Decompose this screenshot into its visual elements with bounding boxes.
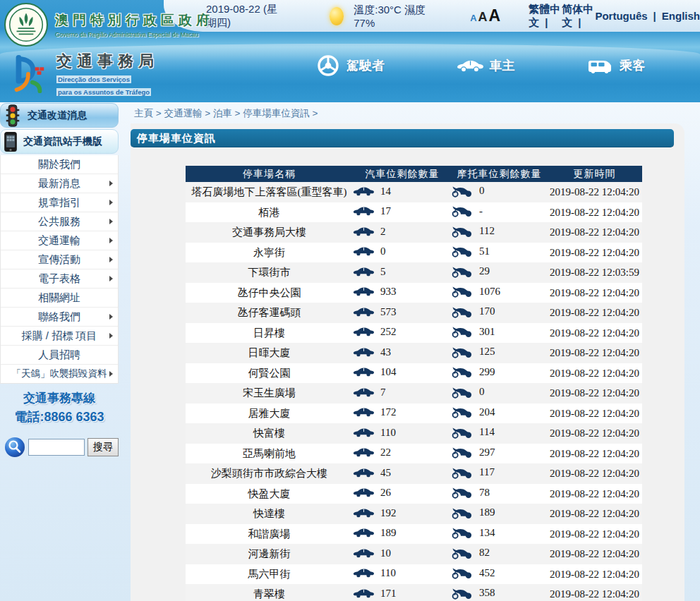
- table-row: 快達樓 192 189: [186, 504, 642, 524]
- sidebar-menu-item[interactable]: 聯絡我們: [1, 308, 118, 327]
- language-link[interactable]: Português: [595, 10, 661, 22]
- sidebar-item-traffic-info-mobile[interactable]: 交通資訊站手機版: [0, 129, 119, 154]
- sidebar-menu-item[interactable]: 電子表格: [1, 269, 118, 289]
- sidebar-menu-item[interactable]: 交通運輸: [1, 231, 118, 250]
- moto-spaces-cell: 204: [452, 403, 547, 424]
- sidebar-menu-item[interactable]: 採購 / 招標 項目: [1, 327, 118, 346]
- language-switcher: 繁體中文简体中文PortuguêsEnglish: [529, 3, 700, 30]
- car-spaces-cell: 110: [353, 564, 452, 585]
- language-link[interactable]: 简体中文: [562, 3, 595, 30]
- sidebar-item-label: 交通資訊站手機版: [23, 135, 102, 148]
- submenu-arrow-icon: [109, 333, 113, 339]
- update-time: 2019-08-22 12:04:20: [547, 182, 642, 202]
- font-size-switcher: A A A: [470, 6, 500, 25]
- sidebar-menu-item[interactable]: 關於我們: [1, 155, 118, 174]
- car-spaces-cell: 104: [353, 363, 452, 384]
- moto-spaces-cell: -: [452, 202, 547, 223]
- breadcrumb[interactable]: 主頁 > 交通運輸 > 泊車 > 停車場車位資訊 >: [134, 107, 318, 120]
- nav-item-driver[interactable]: 駕駛者: [316, 54, 385, 78]
- parking-lot-name: 河邊新街: [186, 544, 353, 564]
- table-row: 河邊新街 10 82: [186, 544, 642, 564]
- sidebar-item-traffic-diversion-news[interactable]: 交通改道消息: [0, 103, 119, 128]
- motorcycle-icon: [452, 224, 473, 238]
- moto-spaces-value: 51: [479, 244, 490, 258]
- sidebar-menu-item[interactable]: 宣傳活動: [1, 250, 118, 269]
- update-time: 2019-08-22 12:04:20: [547, 202, 642, 223]
- car-spaces-value: 171: [380, 586, 397, 600]
- parking-lot-name: 日昇樓: [186, 323, 353, 344]
- update-time: 2019-08-22 12:04:20: [547, 564, 642, 585]
- table-row: 塔石廣場地下上落客區(重型客車) 14 0: [186, 182, 642, 202]
- table-row: 居雅大廈 172 204: [186, 403, 642, 424]
- sidebar: 交通改道消息 交通資訊站手機版 關於我們 最新消息 規章指引 公共服務: [0, 102, 119, 458]
- hotline-phone: 電話:8866 6363: [0, 408, 119, 425]
- motorcycle-icon: [452, 546, 473, 559]
- update-time: 2019-08-22 12:04:20: [547, 222, 642, 243]
- parking-lot-name: 下環街市: [186, 262, 353, 283]
- moto-spaces-value: 299: [479, 365, 495, 379]
- parking-lot-name: 馬六甲街: [186, 564, 353, 585]
- car-spaces-cell: 10: [353, 544, 452, 564]
- language-link[interactable]: 繁體中文: [529, 3, 562, 30]
- column-header-update-time: 更新時間: [547, 166, 642, 182]
- language-link[interactable]: English: [662, 10, 700, 22]
- update-time: 2019-08-22 12:04:20: [547, 524, 642, 545]
- government-title-block: 澳門特別行政區政府 Governo da Região Administrati…: [55, 11, 214, 38]
- car-spaces-value: 110: [380, 566, 396, 580]
- submenu-arrow-icon: [109, 371, 113, 377]
- font-size-medium-button[interactable]: A: [478, 10, 488, 25]
- nav-item-car-owner[interactable]: 車主: [457, 57, 515, 74]
- sidebar-menu-item-label: 最新消息: [38, 177, 80, 189]
- moto-spaces-cell: 1076: [452, 283, 547, 303]
- update-time: 2019-08-22 12:04:20: [547, 323, 642, 344]
- sidebar-menu-item[interactable]: 「天鴿」吹襲損毀資料: [1, 365, 118, 383]
- main-navigation: 駕駛者 車主 乘客: [316, 49, 645, 82]
- column-header-name: 停車場名稱: [186, 166, 353, 182]
- car-icon: [353, 387, 374, 398]
- moto-spaces-cell: 51: [452, 243, 547, 263]
- table-row: 日暉大廈 43 125: [186, 343, 642, 363]
- sidebar-menu-item[interactable]: 相關網址: [1, 289, 118, 308]
- motorcycle-icon: [452, 345, 473, 358]
- sidebar-menu-item[interactable]: 公共服務: [1, 212, 118, 231]
- motorcycle-icon: [452, 244, 473, 257]
- table-row: 馬六甲街 110 452: [186, 564, 642, 585]
- moto-spaces-value: 117: [479, 465, 495, 479]
- sidebar-menu-item[interactable]: 最新消息: [1, 174, 118, 193]
- motorcycle-icon: [452, 425, 473, 439]
- sidebar-menu-item[interactable]: 規章指引: [1, 193, 118, 212]
- moto-spaces-cell: 0: [452, 383, 547, 403]
- search-icon: [4, 437, 25, 458]
- submenu-arrow-icon: [109, 238, 113, 243]
- hotline-block: 交通事務專線 電話:8866 6363: [0, 390, 119, 425]
- dsat-logo-icon: [7, 54, 49, 95]
- search-button[interactable]: 搜尋: [88, 438, 119, 456]
- moto-spaces-cell: 114: [452, 423, 547, 444]
- car-icon: [353, 527, 374, 538]
- sidebar-menu-item[interactable]: 人員招聘: [1, 346, 118, 365]
- car-spaces-value: 104: [380, 365, 397, 379]
- submenu-arrow-icon: [109, 181, 113, 186]
- department-title-block: 交通事務局 Direcção dos Serviços para os Assu…: [56, 51, 159, 97]
- car-spaces-cell: 22: [353, 444, 452, 464]
- hotline-title: 交通事務專線: [0, 390, 119, 406]
- car-spaces-cell: 26: [353, 484, 452, 504]
- bus-icon: [586, 57, 613, 74]
- car-spaces-value: 252: [380, 324, 397, 339]
- motorcycle-icon: [452, 485, 473, 499]
- dsat-logo[interactable]: 交通事務局 Direcção dos Serviços para os Assu…: [7, 51, 159, 97]
- font-size-large-button[interactable]: A: [489, 6, 501, 25]
- moto-spaces-value: 125: [479, 344, 495, 358]
- update-time: 2019-08-22 12:04:20: [547, 363, 642, 384]
- moto-spaces-cell: 112: [452, 222, 547, 243]
- car-icon: [353, 427, 374, 438]
- macau-government-logo[interactable]: 澳門特別行政區政府 Governo da Região Administrati…: [4, 3, 214, 47]
- car-spaces-value: 933: [380, 284, 397, 298]
- font-size-small-button[interactable]: A: [470, 13, 476, 23]
- nav-item-passenger[interactable]: 乘客: [586, 57, 645, 74]
- car-spaces-value: 14: [380, 184, 391, 198]
- motorcycle-icon: [452, 445, 473, 459]
- search-input[interactable]: [28, 439, 85, 456]
- moto-spaces-value: 114: [479, 425, 495, 439]
- parking-lot-name: 亞馬喇前地: [186, 444, 353, 464]
